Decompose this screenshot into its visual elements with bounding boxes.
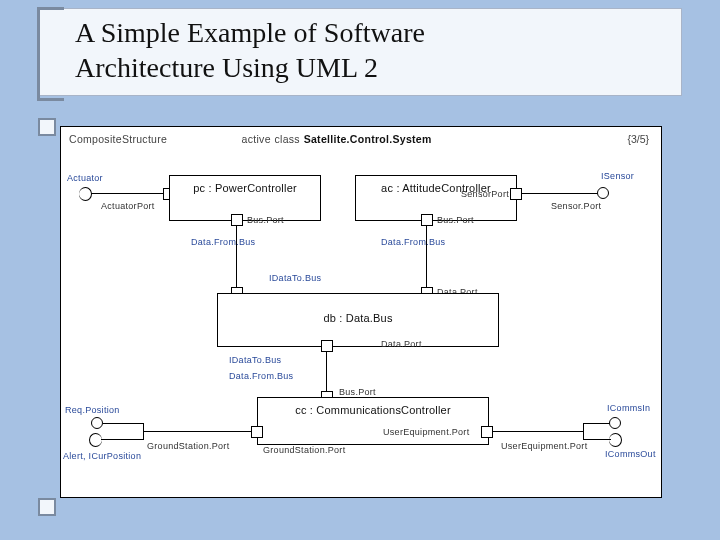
bus-port-label: Bus.Port	[247, 215, 284, 225]
data-from-bus-label: Data.From.Bus	[191, 237, 255, 247]
ground-station-port-label: GroundStation.Port	[147, 441, 229, 451]
provided-interface-icon	[91, 417, 103, 429]
connector	[522, 193, 600, 194]
connector	[583, 423, 584, 440]
port-icon	[321, 340, 333, 352]
connector	[493, 431, 583, 432]
connector	[326, 351, 327, 393]
data-port-label: Data.Port	[381, 339, 422, 349]
hdr-class: Satellite.Control.System	[304, 133, 432, 145]
data-from-bus-label: Data.From.Bus	[381, 237, 445, 247]
connector	[101, 439, 143, 440]
connector	[236, 225, 237, 287]
diagram-header: CompositeStructure active class Satellit…	[69, 133, 432, 145]
required-interface-icon	[609, 433, 622, 447]
connector	[583, 423, 611, 424]
hdr-mid-prefix: active class	[242, 133, 300, 145]
actuator-port-label: ActuatorPort	[101, 201, 155, 211]
pc-name: pc : PowerController	[170, 176, 320, 194]
bullet-box-icon	[38, 498, 56, 516]
idata-to-bus-label: IDataTo.Bus	[269, 273, 321, 283]
slide: A Simple Example of Software Architectur…	[0, 0, 720, 540]
port-icon	[251, 426, 263, 438]
communications-controller-box: cc : CommunicationsController	[257, 397, 489, 445]
data-from-bus-label: Data.From.Bus	[229, 371, 293, 381]
isensor-label: ISensor	[601, 171, 634, 181]
uml-diagram: CompositeStructure active class Satellit…	[60, 126, 662, 498]
port-icon	[421, 214, 433, 226]
provided-interface-icon	[597, 187, 609, 199]
connector	[91, 193, 169, 194]
required-interface-icon	[79, 187, 92, 201]
connector	[426, 225, 427, 287]
connector	[143, 431, 251, 432]
title-bar: A Simple Example of Software Architectur…	[38, 8, 682, 96]
port-icon	[231, 214, 243, 226]
connector	[583, 439, 611, 440]
sensor-port-label: Sensor.Port	[551, 201, 601, 211]
title-line2: Architecture Using UML 2	[75, 50, 645, 85]
icomms-out-label: ICommsOut	[605, 449, 656, 459]
user-equipment-port-label: UserEquipment.Port	[383, 427, 469, 437]
data-bus-box: db : Data.Bus	[217, 293, 499, 347]
hdr-left: CompositeStructure	[69, 133, 167, 145]
provided-interface-icon	[609, 417, 621, 429]
actuator-label: Actuator	[67, 173, 103, 183]
page-indicator: {3/5}	[627, 133, 649, 145]
sensor-port-label: SensorPort	[461, 189, 509, 199]
alert-label: Alert, ICurPosition	[63, 451, 141, 461]
connector	[103, 423, 143, 424]
power-controller-box: pc : PowerController	[169, 175, 321, 221]
bus-port-label: Bus.Port	[339, 387, 376, 397]
ground-station-port-label: GroundStation.Port	[263, 445, 345, 455]
bullet-box-icon	[38, 118, 56, 136]
req-position-label: Req.Position	[65, 405, 120, 415]
cc-name: cc : CommunicationsController	[258, 398, 488, 416]
port-icon	[481, 426, 493, 438]
port-icon	[510, 188, 522, 200]
title-line1: A Simple Example of Software	[75, 15, 645, 50]
idata-to-bus-label: IDataTo.Bus	[229, 355, 281, 365]
icomms-in-label: ICommsIn	[607, 403, 650, 413]
required-interface-icon	[89, 433, 102, 447]
bus-port-label: Bus.Port	[437, 215, 474, 225]
db-name: db : Data.Bus	[218, 294, 498, 324]
user-equipment-port-label: UserEquipment.Port	[501, 441, 587, 451]
